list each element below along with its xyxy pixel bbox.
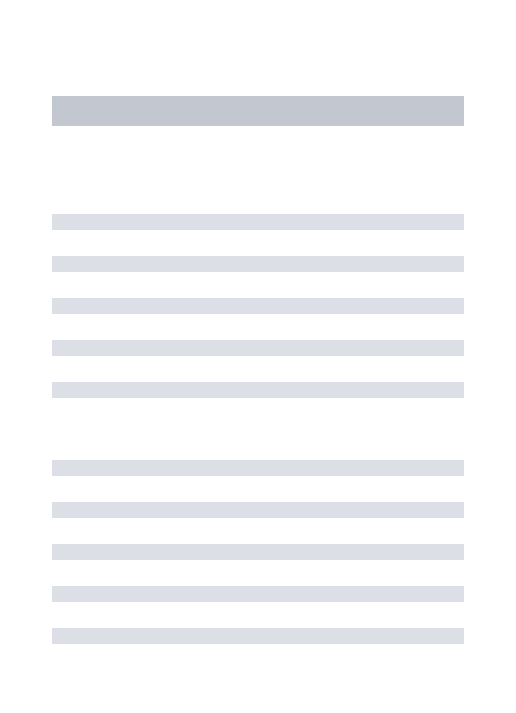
skeleton-line — [52, 256, 464, 272]
skeleton-line — [52, 214, 464, 230]
skeleton-line — [52, 544, 464, 560]
skeleton-line — [52, 628, 464, 644]
skeleton-line — [52, 298, 464, 314]
skeleton-line — [52, 460, 464, 476]
skeleton-title-bar — [52, 96, 464, 126]
skeleton-line — [52, 340, 464, 356]
skeleton-line — [52, 382, 464, 398]
skeleton-group-separator — [52, 424, 464, 460]
skeleton-line — [52, 502, 464, 518]
skeleton-line — [52, 586, 464, 602]
